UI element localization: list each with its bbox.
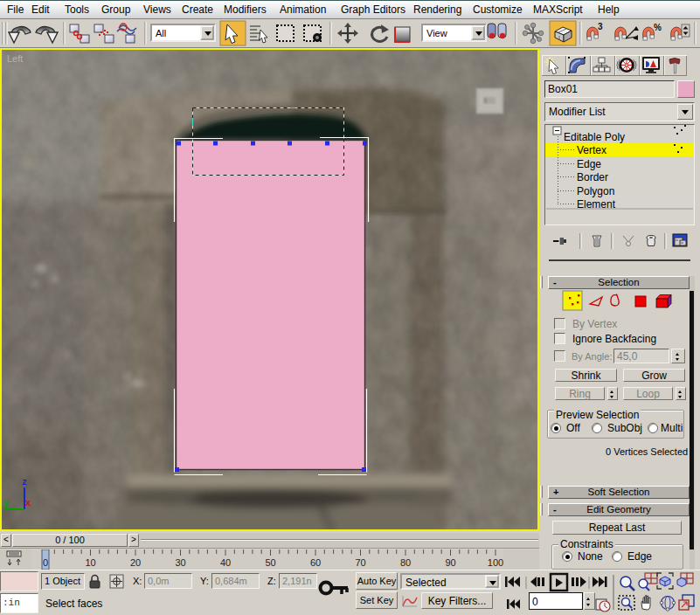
svg-text:30: 30: [175, 557, 185, 568]
svg-text:100: 100: [488, 557, 503, 568]
svg-text:40: 40: [220, 557, 231, 568]
svg-text:3: 3: [598, 22, 603, 31]
svg-text:50: 50: [265, 557, 275, 568]
svg-text:80: 80: [400, 557, 411, 568]
svg-text:x: x: [25, 497, 31, 508]
svg-text:%: %: [654, 23, 662, 32]
svg-text:z: z: [22, 476, 27, 487]
svg-text:60: 60: [310, 557, 321, 568]
svg-text:20: 20: [130, 557, 141, 568]
svg-text:70: 70: [355, 557, 365, 568]
svg-text:y: y: [3, 497, 10, 508]
svg-text:90: 90: [445, 557, 455, 568]
svg-text:0: 0: [43, 557, 48, 568]
svg-text:10: 10: [85, 557, 95, 568]
